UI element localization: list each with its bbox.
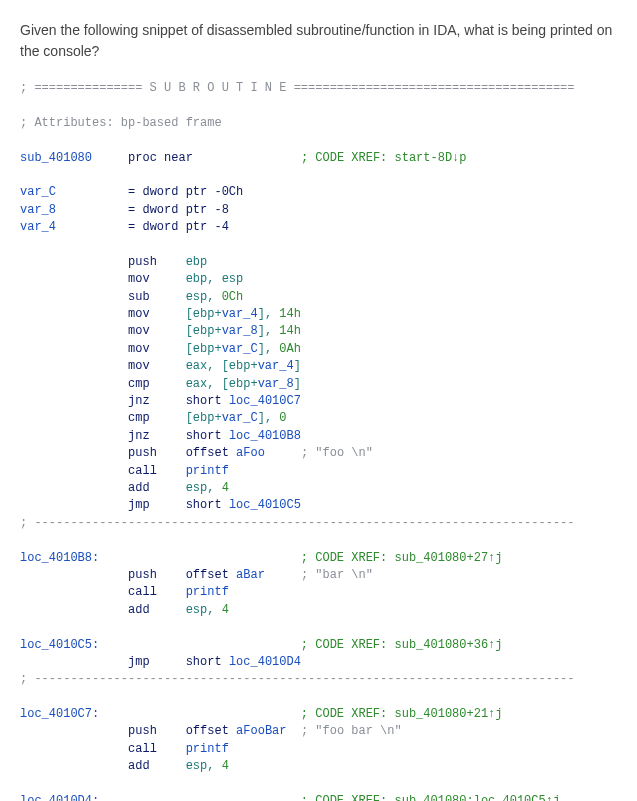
separator: ; --------------------------------------…: [20, 672, 575, 686]
var-name: var_C: [20, 185, 56, 199]
loc-label: loc_4010C7:: [20, 707, 99, 721]
var-name: var_4: [20, 220, 56, 234]
xref: ; CODE XREF: sub_401080+27↑j: [301, 551, 503, 565]
xref: ; CODE XREF: start-8D↓p: [301, 151, 467, 165]
var-name: var_8: [20, 203, 56, 217]
section-header: ; =============== S U B R O U T I N E ==…: [20, 81, 575, 95]
comment: ; "foo bar \n": [301, 724, 402, 738]
comment: ; "bar \n": [301, 568, 373, 582]
attributes-comment: ; Attributes: bp-based frame: [20, 116, 222, 130]
comment: ; "foo \n": [301, 446, 373, 460]
xref: ; CODE XREF: sub_401080+36↑j: [301, 638, 503, 652]
sub-label: sub_401080: [20, 151, 92, 165]
xref: ; CODE XREF: sub_401080:loc_4010C5↑j: [301, 794, 560, 801]
separator: ; --------------------------------------…: [20, 516, 575, 530]
loc-label: loc_4010B8:: [20, 551, 99, 565]
loc-label: loc_4010D4:: [20, 794, 99, 801]
loc-label: loc_4010C5:: [20, 638, 99, 652]
assembly-listing: ; =============== S U B R O U T I N E ==…: [20, 80, 617, 801]
xref: ; CODE XREF: sub_401080+21↑j: [301, 707, 503, 721]
question-text: Given the following snippet of disassemb…: [20, 20, 617, 62]
